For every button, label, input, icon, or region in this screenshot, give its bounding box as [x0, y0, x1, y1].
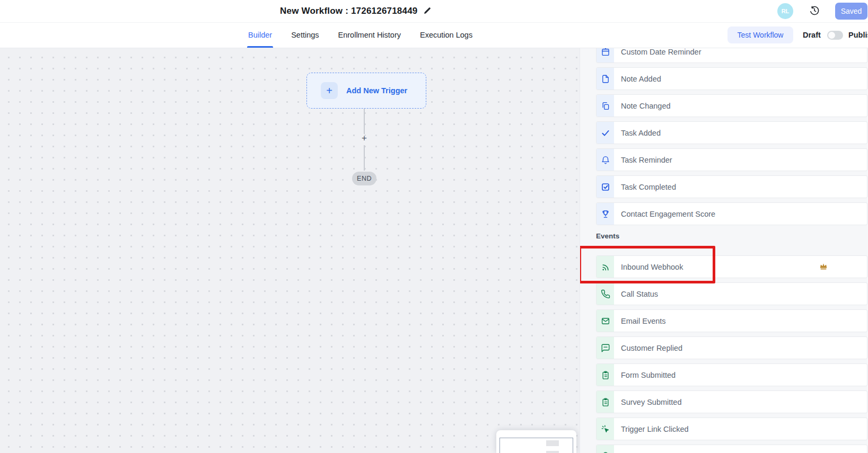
trigger-item-label: Task Reminder [621, 156, 672, 164]
trigger-item-facebook-lead-form-submitted[interactable]: Facebook Lead Form Submitted [596, 445, 867, 453]
plus-icon: + [321, 82, 338, 99]
history-clock-icon [809, 5, 820, 17]
trophy-icon [597, 203, 614, 225]
minimap-viewport [499, 438, 573, 453]
trigger-item-form-submitted[interactable]: Form Submitted [596, 363, 867, 386]
trigger-item-label: Contact Engagement Score [621, 210, 715, 218]
app-header: New Workflow : 1726126718449 RL Saved [0, 0, 868, 23]
workflow-title-wrap: New Workflow : 1726126718449 [280, 0, 432, 22]
trigger-item-email-events[interactable]: Email Events [596, 309, 867, 332]
trigger-item-task-completed[interactable]: Task Completed [596, 175, 867, 198]
webhook-icon [597, 256, 614, 278]
trigger-item-label: Trigger Link Clicked [621, 425, 689, 433]
trigger-item-label: Call Status [621, 290, 658, 298]
trigger-item-contact-engagement-score[interactable]: Contact Engagement Score [596, 202, 867, 225]
mail-icon [597, 310, 614, 332]
connector-line [364, 109, 365, 134]
calendar-icon [597, 48, 614, 63]
trigger-item-task-reminder[interactable]: Task Reminder [596, 148, 867, 171]
trigger-item-survey-submitted[interactable]: Survey Submitted [596, 390, 867, 413]
publish-toggle[interactable] [827, 31, 843, 40]
trigger-item-label: Customer Replied [621, 344, 682, 352]
add-new-trigger-button[interactable]: + Add New Trigger [306, 73, 426, 109]
bell-icon [597, 149, 614, 171]
phone-icon [597, 283, 614, 305]
check-icon [597, 122, 614, 144]
test-workflow-button[interactable]: Test Workflow [727, 26, 793, 43]
minimap[interactable] [496, 430, 576, 453]
clipboard-icon [597, 364, 614, 386]
add-step-plus-button[interactable]: + [360, 133, 369, 144]
premium-crown-icon [819, 261, 828, 271]
trigger-item-call-status[interactable]: Call Status [596, 282, 867, 305]
trigger-item-label: Note Added [621, 75, 661, 83]
workflow-canvas[interactable]: + Add New Trigger + END [0, 48, 580, 453]
history-button[interactable] [809, 6, 820, 16]
copy-icon [597, 95, 614, 117]
trigger-item-trigger-link-clicked[interactable]: Trigger Link Clicked [596, 418, 867, 440]
connector-line [364, 145, 365, 171]
tab-enrollment-history[interactable]: Enrollment History [338, 22, 401, 48]
trigger-list-panel: Custom Date Reminder Note Added Note Cha… [580, 48, 868, 453]
events-section-header: Events [596, 232, 619, 240]
trigger-item-label: Task Added [621, 129, 661, 137]
tab-bar: Builder Settings Enrollment History Exec… [0, 22, 868, 48]
note-icon [597, 68, 614, 90]
trigger-item-note-changed[interactable]: Note Changed [596, 94, 867, 117]
tabs: Builder Settings Enrollment History Exec… [248, 22, 472, 48]
clipboard-icon [597, 445, 614, 453]
tab-settings[interactable]: Settings [291, 22, 319, 48]
draft-label: Draft [803, 22, 821, 48]
toggle-knob [828, 32, 835, 39]
trigger-item-task-added[interactable]: Task Added [596, 121, 867, 144]
trigger-item-customer-replied[interactable]: Customer Replied [596, 336, 867, 359]
trigger-item-label: Note Changed [621, 102, 671, 110]
saved-button[interactable]: Saved [835, 3, 867, 20]
chat-icon [597, 337, 614, 359]
trigger-item-label: Email Events [621, 317, 666, 325]
pencil-icon [423, 6, 432, 16]
trigger-item-custom-date-reminder[interactable]: Custom Date Reminder [596, 48, 867, 63]
trigger-item-label: Task Completed [621, 183, 676, 191]
minimap-node [546, 440, 559, 446]
checkbox-checked-icon [597, 176, 614, 198]
avatar[interactable]: RL [777, 3, 793, 19]
page-title: New Workflow : 1726126718449 [280, 6, 417, 16]
trigger-item-note-added[interactable]: Note Added [596, 67, 867, 90]
trigger-item-label: Form Submitted [621, 371, 676, 379]
clipboard-icon [597, 391, 614, 413]
add-new-trigger-label: Add New Trigger [346, 86, 407, 95]
cursor-click-icon [597, 418, 614, 440]
trigger-item-label: Inbound Webhook [621, 263, 683, 271]
trigger-item-label: Custom Date Reminder [621, 48, 702, 56]
end-node: END [352, 172, 376, 185]
trigger-item-label: Survey Submitted [621, 398, 681, 406]
minimap-node [546, 451, 559, 453]
tab-builder[interactable]: Builder [248, 22, 272, 48]
tab-execution-logs[interactable]: Execution Logs [420, 22, 472, 48]
edit-title-button[interactable] [423, 6, 432, 16]
publish-label: Publish [848, 22, 868, 48]
